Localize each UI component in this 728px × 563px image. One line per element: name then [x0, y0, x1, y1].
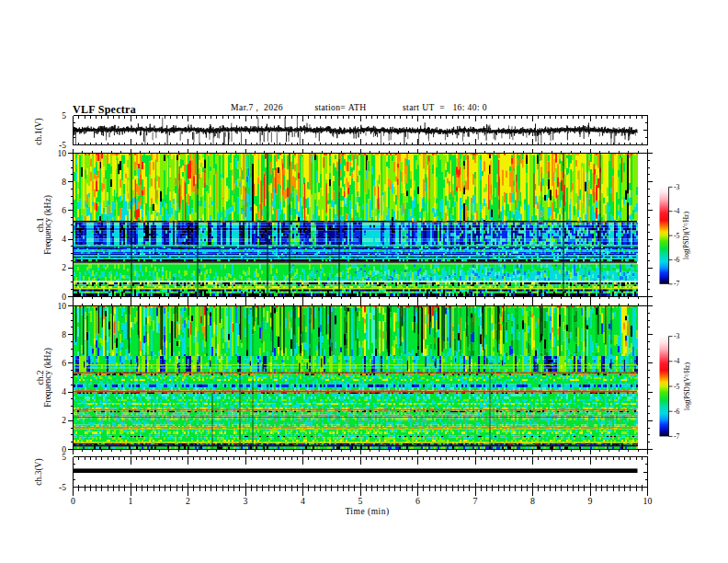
svg-text:4: 4	[301, 496, 305, 506]
svg-text:4: 4	[62, 387, 66, 396]
svg-text:-7: -7	[674, 280, 680, 288]
svg-text:8: 8	[62, 178, 66, 187]
svg-text:-3: -3	[674, 183, 680, 191]
svg-text:start UT = 16: 40: 0: start UT = 16: 40: 0	[403, 102, 487, 112]
svg-text:6: 6	[62, 359, 66, 368]
svg-text:6: 6	[62, 206, 66, 215]
svg-text:2: 2	[62, 263, 66, 272]
svg-text:Mar.7 , 2026: Mar.7 , 2026	[231, 102, 283, 112]
svg-text:log(PSD)(V²/Hz): log(PSD)(V²/Hz)	[682, 212, 690, 259]
svg-text:7: 7	[473, 496, 478, 506]
svg-text:0: 0	[62, 293, 66, 302]
svg-text:6: 6	[415, 496, 420, 506]
svg-text:ch.1(V): ch.1(V)	[34, 118, 44, 144]
svg-text:9: 9	[588, 496, 593, 506]
svg-text:2: 2	[186, 496, 190, 506]
svg-text:2: 2	[62, 416, 66, 425]
svg-text:5: 5	[358, 496, 363, 506]
svg-text:Frequency (kHz): Frequency (kHz)	[43, 195, 53, 255]
svg-text:ch.3(V): ch.3(V)	[34, 458, 44, 485]
svg-text:10: 10	[58, 149, 67, 158]
svg-text:8: 8	[530, 496, 535, 506]
svg-text:0: 0	[71, 496, 75, 506]
svg-text:8: 8	[62, 330, 66, 339]
svg-text:3: 3	[244, 496, 248, 506]
svg-text:-4: -4	[674, 357, 680, 365]
svg-text:10: 10	[643, 496, 653, 506]
svg-text:Time (min): Time (min)	[345, 507, 389, 517]
svg-text:4: 4	[62, 235, 66, 244]
svg-text:-7: -7	[674, 432, 680, 441]
svg-text:-3: -3	[674, 332, 680, 340]
svg-text:-5: -5	[59, 483, 66, 492]
svg-text:-5: -5	[674, 232, 680, 240]
svg-text:10: 10	[58, 302, 67, 311]
svg-text:1: 1	[129, 496, 133, 506]
svg-text:station= ATH: station= ATH	[315, 102, 367, 112]
svg-text:-6: -6	[674, 408, 680, 416]
svg-text:log(PSD)(V²/Hz): log(PSD)(V²/Hz)	[683, 362, 691, 410]
svg-text:Frequency (kHz): Frequency (kHz)	[43, 348, 53, 408]
svg-text:VLF Spectra: VLF Spectra	[73, 103, 136, 116]
svg-text:5: 5	[62, 111, 66, 121]
svg-text:-4: -4	[674, 207, 680, 215]
svg-text:-6: -6	[674, 256, 680, 264]
svg-text:-5: -5	[674, 383, 680, 391]
svg-text:0: 0	[62, 445, 66, 454]
